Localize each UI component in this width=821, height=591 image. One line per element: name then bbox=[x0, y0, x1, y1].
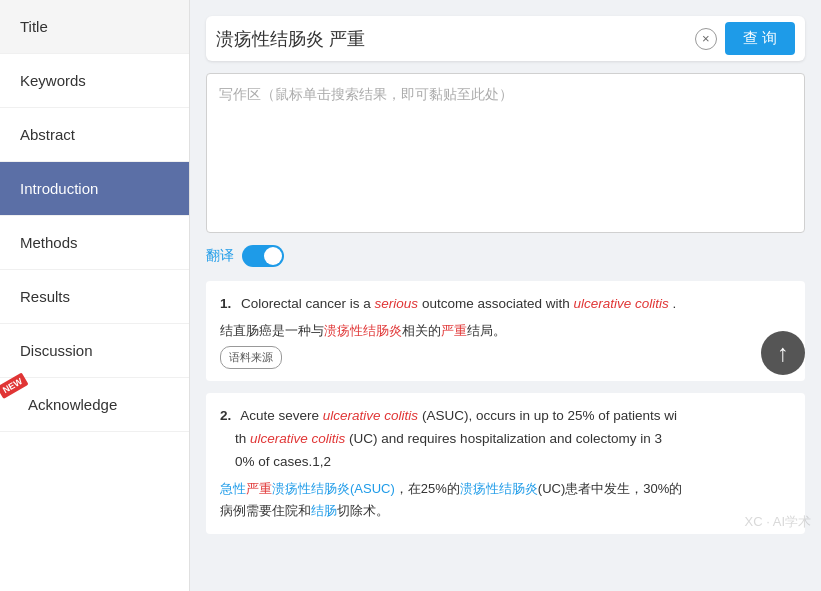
result-number-2: 2. bbox=[220, 408, 231, 423]
translate-toggle[interactable] bbox=[242, 245, 284, 267]
scroll-top-button[interactable]: ↑ bbox=[761, 331, 805, 375]
sidebar: Title Keywords Abstract Introduction Met… bbox=[0, 0, 190, 591]
main-content: × 查 询 写作区（鼠标单击搜索结果，即可黏贴至此处） 翻译 1. Colore… bbox=[190, 0, 821, 591]
writing-area[interactable]: 写作区（鼠标单击搜索结果，即可黏贴至此处） bbox=[206, 73, 805, 233]
source-badge-1[interactable]: 语料来源 bbox=[220, 346, 282, 369]
sidebar-item-discussion-label: Discussion bbox=[20, 342, 93, 359]
sidebar-item-discussion[interactable]: Discussion bbox=[0, 324, 189, 378]
result-item-1: 1. Colorectal cancer is a serious outcom… bbox=[206, 281, 805, 381]
sidebar-item-acknowledge[interactable]: NEW Acknowledge bbox=[0, 378, 189, 432]
sidebar-item-methods-label: Methods bbox=[20, 234, 78, 251]
result-text-2a: Acute severe bbox=[240, 408, 323, 423]
result-text-1c: . bbox=[673, 296, 677, 311]
result-item-2: 2. Acute severe ulcerative colitis (ASUC… bbox=[206, 393, 805, 534]
sidebar-item-results[interactable]: Results bbox=[0, 270, 189, 324]
serious-highlight: serious bbox=[375, 296, 419, 311]
sidebar-item-introduction-label: Introduction bbox=[20, 180, 98, 197]
query-button[interactable]: 查 询 bbox=[725, 22, 795, 55]
up-arrow-icon: ↑ bbox=[777, 339, 789, 367]
sidebar-item-introduction[interactable]: Introduction bbox=[0, 162, 189, 216]
result-list: 1. Colorectal cancer is a serious outcom… bbox=[206, 281, 805, 534]
translate-row: 翻译 bbox=[206, 245, 805, 267]
writing-placeholder: 写作区（鼠标单击搜索结果，即可黏贴至此处） bbox=[219, 86, 513, 102]
uc-highlight-2a: ulcerative colitis bbox=[323, 408, 418, 423]
result-number-1: 1. bbox=[220, 296, 231, 311]
translation-2: 急性严重溃疡性结肠炎(ASUC)，在25%的溃疡性结肠炎(UC)患者中发生，30… bbox=[220, 478, 791, 522]
sidebar-item-title[interactable]: Title bbox=[0, 0, 189, 54]
sidebar-item-results-label: Results bbox=[20, 288, 70, 305]
result-text-1b: outcome associated with bbox=[422, 296, 574, 311]
search-bar: × 查 询 bbox=[206, 16, 805, 61]
search-input[interactable] bbox=[216, 28, 695, 49]
sidebar-item-methods[interactable]: Methods bbox=[0, 216, 189, 270]
translation-1: 结直肠癌是一种与溃疡性结肠炎相关的严重结局。 bbox=[220, 320, 791, 342]
uc-highlight-1: ulcerative colitis bbox=[573, 296, 668, 311]
clear-icon: × bbox=[702, 31, 710, 46]
sidebar-item-acknowledge-label: Acknowledge bbox=[28, 396, 117, 413]
sidebar-item-title-label: Title bbox=[20, 18, 48, 35]
result-text-1a: Colorectal cancer is a bbox=[241, 296, 375, 311]
sidebar-item-keywords[interactable]: Keywords bbox=[0, 54, 189, 108]
uc-highlight-2b: ulcerative colitis bbox=[250, 431, 345, 446]
sidebar-item-abstract[interactable]: Abstract bbox=[0, 108, 189, 162]
clear-button[interactable]: × bbox=[695, 28, 717, 50]
translate-label: 翻译 bbox=[206, 247, 234, 265]
sidebar-item-keywords-label: Keywords bbox=[20, 72, 86, 89]
sidebar-item-abstract-label: Abstract bbox=[20, 126, 75, 143]
